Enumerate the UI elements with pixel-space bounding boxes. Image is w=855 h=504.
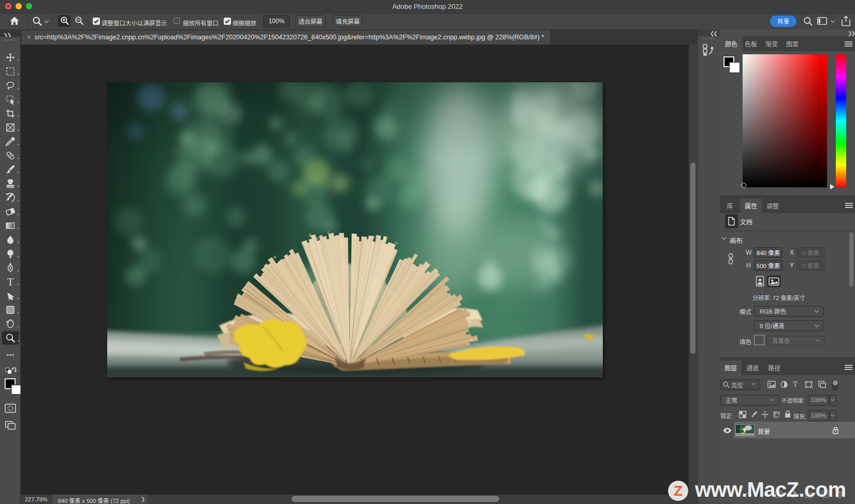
- svg-text:T: T: [7, 276, 13, 288]
